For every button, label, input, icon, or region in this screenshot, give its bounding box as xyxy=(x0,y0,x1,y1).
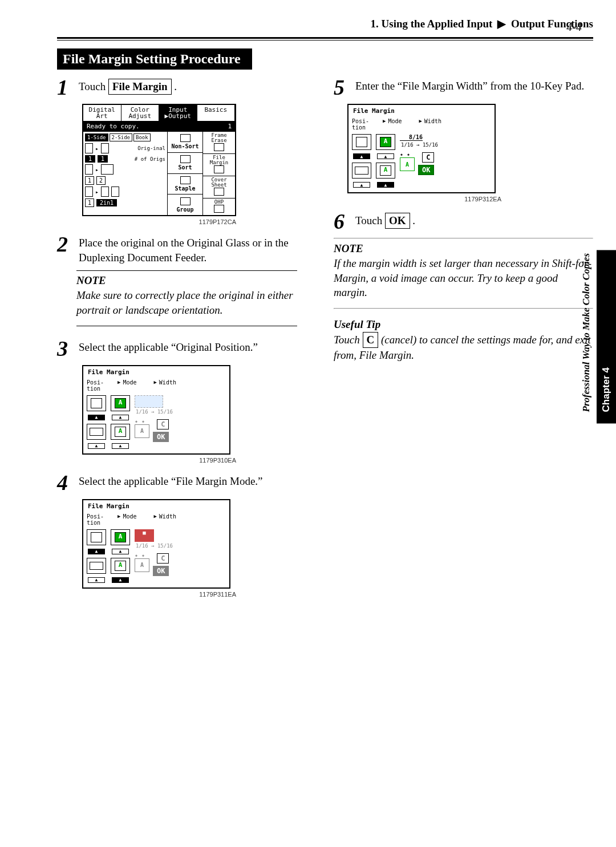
tab-digital-art[interactable]: Digital Art xyxy=(83,105,121,121)
section-title: File Margin Setting Procedure xyxy=(57,48,252,70)
side-tab-chapter: Chapter 4 xyxy=(597,250,616,423)
nonsort-button[interactable]: Non-Sort xyxy=(168,132,202,153)
fm-title: File Margin xyxy=(83,366,229,378)
mode-opt-2[interactable]: A xyxy=(111,558,130,574)
position-opt-portrait[interactable] xyxy=(87,529,106,545)
position-sel-2[interactable] xyxy=(88,443,105,449)
mode-sel-2[interactable] xyxy=(112,443,129,449)
val-e: 1 xyxy=(85,198,94,207)
copy-count: 1 xyxy=(228,123,232,130)
figure-3: File Margin Posi-tion▶ Mode▶ Width A xyxy=(82,365,317,455)
step-3-text: Select the applicable “Original Position… xyxy=(79,338,258,355)
mode-opt-1[interactable]: A xyxy=(111,395,130,411)
mode-opt-1[interactable]: A xyxy=(376,134,395,150)
tab-basics[interactable]: Basics xyxy=(197,105,236,121)
fm-header-position: Posi-tion xyxy=(87,513,115,526)
position-column xyxy=(87,395,106,449)
cancel-button[interactable]: C xyxy=(422,152,434,163)
ok-button[interactable]: OK xyxy=(153,432,169,442)
page-number: 4-4 xyxy=(566,21,582,34)
file-margin-button[interactable]: File Margin xyxy=(203,154,235,176)
fm-header-position: Posi-tion xyxy=(352,118,380,131)
tab-1-side[interactable]: 1-Side xyxy=(85,133,108,141)
fm-header-width: Width xyxy=(159,379,176,392)
val-c: 1 xyxy=(85,176,94,185)
cancel-button[interactable]: C xyxy=(157,553,169,564)
page-icon xyxy=(111,187,119,197)
file-margin-panel-position: File Margin Posi-tion▶ Mode▶ Width A xyxy=(82,365,230,455)
position-opt-landscape[interactable] xyxy=(87,558,106,574)
frame-erase-button[interactable]: Frame Erase xyxy=(203,132,235,154)
figure-3-id: 1179P310EA xyxy=(82,457,236,464)
page-icon xyxy=(101,164,114,175)
page-icon xyxy=(85,164,93,175)
ohp-button[interactable]: OHP xyxy=(203,198,235,215)
sort-button[interactable]: Sort xyxy=(168,153,202,174)
note-rule xyxy=(334,308,593,309)
position-opt-portrait[interactable] xyxy=(352,134,371,150)
position-opt-landscape[interactable] xyxy=(87,424,106,440)
position-opt-portrait[interactable] xyxy=(87,395,106,411)
mode-opt-2[interactable]: A xyxy=(376,163,395,179)
tip-pre: Touch xyxy=(334,334,363,346)
width-column: 8/16 1/16 → 15/16 ✦ ✦ A C OK xyxy=(400,134,491,188)
page-icon xyxy=(101,143,109,153)
width-range: 1/16 → 15/16 xyxy=(136,543,226,549)
fm-header-mode: Mode xyxy=(388,118,416,131)
useful-tip-head: Useful Tip xyxy=(334,318,593,331)
note-1-body: Make sure to correctly place the origina… xyxy=(76,288,293,317)
width-preview-icon: A xyxy=(135,424,149,438)
mode-sel-2[interactable] xyxy=(112,577,129,583)
mode-opt-1[interactable]: A xyxy=(111,529,130,545)
fm-title: File Margin xyxy=(83,500,229,512)
position-sel-1[interactable] xyxy=(88,549,105,554)
position-column xyxy=(352,134,371,188)
file-margin-panel-width: File Margin Posi-tion▶ Mode▶ Width A xyxy=(347,104,496,193)
position-column xyxy=(87,529,106,583)
step-5-text: Enter the “File Margin Width” from the 1… xyxy=(355,76,584,94)
position-sel-2[interactable] xyxy=(88,577,105,583)
page-icon xyxy=(85,143,93,153)
mode-sel-1[interactable] xyxy=(112,415,129,420)
file-margin-button-ref: File Margin xyxy=(108,79,172,95)
fm-header-width: Width xyxy=(424,118,441,131)
width-column: ■ 1/16 → 15/16 ✦ ✦ A C OK xyxy=(135,529,226,583)
mode-sel-1[interactable] xyxy=(377,153,394,159)
right-column: 5 Enter the “File Margin Width” from the… xyxy=(334,76,593,606)
figure-5: File Margin Posi-tion▶ Mode▶ Width A xyxy=(347,104,593,193)
step-6-post: . xyxy=(410,214,416,226)
position-sel-1[interactable] xyxy=(353,153,370,159)
ok-button[interactable]: OK xyxy=(418,165,434,175)
staple-button[interactable]: Staple xyxy=(168,174,202,195)
mode-column: A A xyxy=(376,134,395,188)
ok-button[interactable]: OK xyxy=(153,566,169,576)
figure-4-id: 1179P311EA xyxy=(82,591,236,598)
position-sel-1[interactable] xyxy=(88,415,105,420)
position-opt-landscape[interactable] xyxy=(352,163,371,179)
cancel-button-ref: C xyxy=(363,332,379,348)
val-f: 2in1 xyxy=(96,199,117,206)
header-rule-thick xyxy=(57,37,593,39)
step-6-number: 6 xyxy=(334,210,347,232)
val-d: 2 xyxy=(96,176,106,185)
tab-color-adjust[interactable]: Color Adjust xyxy=(121,105,160,121)
step-6-text: Touch OK . xyxy=(355,210,415,229)
position-sel-2[interactable] xyxy=(353,182,370,188)
group-button[interactable]: Group xyxy=(168,194,202,215)
cover-sheet-button[interactable]: Cover Sheet xyxy=(203,176,235,198)
mode-opt-2[interactable]: A xyxy=(111,424,130,440)
tab-2-side[interactable]: 2-Side xyxy=(110,133,133,141)
cancel-button[interactable]: C xyxy=(157,419,169,429)
header-rule-thin xyxy=(57,40,593,40)
useful-tip-body: Touch C (cancel) to cancel the settings … xyxy=(334,332,593,362)
step-5: 5 Enter the “File Margin Width” from the… xyxy=(334,76,593,98)
mode-sel-1[interactable] xyxy=(112,549,129,554)
note-1-head: NOTE xyxy=(76,274,317,287)
tab-book[interactable]: Book xyxy=(133,133,151,141)
mode-sel-2[interactable] xyxy=(377,182,394,188)
tab-input-output[interactable]: Input ▶Output xyxy=(159,105,197,121)
width-range: 1/16 → 15/16 xyxy=(136,409,226,415)
step-2: 2 Place the original on the Original Gla… xyxy=(57,233,317,265)
content-columns: 1 Touch File Margin . Digital Art Color … xyxy=(57,76,593,606)
status-text: Ready to copy. xyxy=(87,123,140,130)
